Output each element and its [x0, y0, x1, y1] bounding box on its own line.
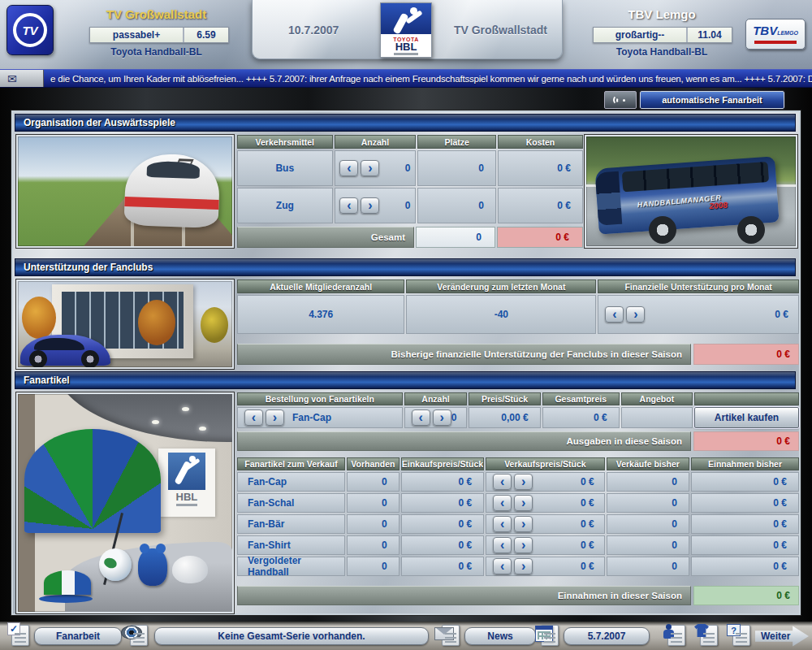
hbl-name-text: HBL: [395, 42, 417, 52]
zug-increase-button[interactable]: ›: [361, 197, 379, 214]
sale-col-ek: Einkaufspreis/Stück: [401, 457, 484, 470]
fanclub-members-value: 4.376: [237, 295, 404, 334]
date-button[interactable]: 5.7.2007: [564, 627, 650, 645]
sale-row-vorhanden: 0: [347, 493, 400, 513]
item-next-button[interactable]: ›: [266, 410, 284, 426]
zug-plaetze-value: 0: [417, 188, 496, 223]
order-col-preis: Preis/Stück: [469, 392, 540, 405]
zug-decrease-button[interactable]: ‹: [339, 197, 358, 214]
vk-decrease-button[interactable]: ‹: [493, 537, 512, 553]
order-col-gesamtpreis: Gesamtpreis: [542, 392, 620, 405]
away-league-label: Toyota Handball-BL: [568, 46, 755, 58]
sale-col-revenue: Einnahmen bisher: [691, 457, 799, 470]
home-rating: 6.59: [184, 28, 228, 42]
fanclub-table: Aktuelle Mitgliederanzahl Veränderung zu…: [237, 280, 799, 334]
travel-row-anzahl-cell: ‹ › 0: [335, 150, 417, 186]
fanclub-col-change: Veränderung zum letzten Monat: [406, 280, 596, 293]
vk-increase-button[interactable]: ›: [514, 495, 533, 511]
sale-row-name: Fan-Shirt: [237, 535, 345, 555]
news-button[interactable]: News: [464, 627, 536, 645]
order-col-item: Bestellung von Fanartikeln: [237, 392, 403, 405]
vk-increase-button[interactable]: ›: [514, 516, 533, 532]
order-col-empty: [694, 392, 799, 405]
calendar-icon: [535, 626, 553, 642]
order-item-cell: ‹ › Fan-Cap: [237, 407, 403, 428]
order-decrease-button[interactable]: ‹: [412, 410, 430, 426]
bus-anzahl-value: 0: [386, 162, 410, 174]
artikel-kaufen-button[interactable]: Artikel kaufen: [694, 407, 799, 428]
away-rating: 11.04: [688, 28, 732, 42]
fanclub-col-support: Finanzielle Unterstützung pro Monat: [598, 280, 799, 293]
sale-row-sales: 0: [607, 472, 689, 492]
fanclub-change-value: -40: [406, 295, 596, 334]
vk-increase-button[interactable]: ›: [514, 474, 533, 490]
section-title-fanclubs: Unterstützung der Fanclubs: [15, 258, 796, 276]
vk-decrease-button[interactable]: ‹: [493, 516, 512, 532]
hand-waves-icon: [613, 94, 628, 106]
item-prev-button[interactable]: ‹: [244, 410, 263, 426]
sale-col-vk: Verkaufspreis/Stück: [486, 457, 605, 470]
order-summary-value: 0 €: [693, 431, 799, 451]
travel-col-kosten: Kosten: [498, 135, 583, 149]
umbrella-graphic: [24, 429, 161, 533]
home-league-label: Toyota Handball-BL: [61, 46, 252, 58]
handball-manager-window: TV TV Großwallstadt passabel+ 6.59 Toyot…: [0, 0, 812, 650]
bus-increase-button[interactable]: ›: [361, 160, 379, 176]
vk-increase-button[interactable]: ›: [514, 558, 533, 574]
order-angebot-cell: [621, 407, 693, 428]
sale-row-vk-cell: ‹ › 0 €: [486, 472, 605, 492]
away-mood-label: großartig--: [594, 28, 688, 42]
bus-image: HANDBALLMANAGER 2008: [585, 135, 797, 248]
shop-wall-logo-text: HBL: [176, 492, 198, 502]
bus-decrease-button[interactable]: ‹: [339, 160, 358, 176]
calendar-doc-icon: [541, 625, 559, 646]
sale-row-sales: 0: [607, 557, 689, 576]
sale-row-ek: 0 €: [401, 493, 484, 513]
support-increase-button[interactable]: ›: [626, 306, 645, 323]
sale-row-vorhanden: 0: [347, 535, 400, 555]
auto-fanarbeit-button[interactable]: automatische Fanarbeit: [640, 91, 784, 109]
ticker-text: e die Chance, um Ihren Kader mit ablösef…: [44, 70, 812, 87]
jersey-doc-icon-button[interactable]: [700, 625, 718, 646]
fanarbeit-button[interactable]: Fanarbeit: [34, 627, 122, 645]
vk-decrease-button[interactable]: ‹: [493, 558, 512, 574]
travel-total-label: Gesamt: [237, 227, 414, 248]
sale-row-sales: 0: [607, 514, 689, 534]
away-mood-box: großartig-- 11.04: [593, 27, 732, 43]
order-increase-button[interactable]: ›: [433, 410, 451, 426]
vk-decrease-button[interactable]: ‹: [493, 474, 512, 490]
travel-total-kosten: 0 €: [497, 227, 583, 248]
travel-row-anzahl-cell: ‹ › 0: [335, 188, 417, 223]
vk-decrease-button[interactable]: ‹: [493, 495, 512, 511]
tbv-logo-name: TBV: [753, 24, 777, 37]
home-club-logo: TV: [6, 5, 54, 55]
train-image: [16, 135, 234, 248]
fanclub-summary-value: 0 €: [693, 344, 799, 365]
sale-col-vorhanden: Vorhanden: [347, 457, 400, 470]
sale-row-revenue: 0 €: [691, 472, 799, 492]
ticker-envelope-icon: ✉: [0, 70, 44, 87]
news-ticker: ✉ e die Chance, um Ihren Kader mit ablös…: [0, 69, 812, 88]
matchday-club: TV Großwallstadt: [454, 24, 547, 37]
weiter-button[interactable]: Weiter: [755, 626, 809, 647]
player-doc-icon-button[interactable]: [667, 625, 685, 646]
travel-total-row: Gesamt 0 0 €: [237, 227, 583, 248]
sale-row-revenue: 0 €: [691, 535, 799, 555]
shirt-icon: [694, 624, 709, 637]
fanclub-summary-row: Bisherige finanzielle Unterstützung der …: [237, 344, 799, 365]
sale-row-ek: 0 €: [401, 557, 484, 576]
support-decrease-button[interactable]: ‹: [605, 306, 624, 323]
order-summary-row: Ausgaben in diese Saison 0 €: [237, 431, 799, 451]
sale-row-vk: 0 €: [533, 540, 604, 551]
fanclub-building-image: [16, 280, 234, 369]
away-club-logo: TBVLEMGO: [745, 19, 806, 50]
travel-row-name: Zug: [237, 188, 333, 223]
matchday-date: 10.7.2007: [288, 24, 339, 37]
eye-icon: [121, 626, 142, 639]
auto-fanarbeit-icon-button[interactable]: [604, 91, 637, 109]
vk-increase-button[interactable]: ›: [514, 537, 533, 553]
series-status-bar[interactable]: Keine Gesamt-Serie vorhanden.: [154, 627, 429, 645]
help-doc-icon-button[interactable]: ?: [732, 625, 750, 646]
fanclub-summary-label: Bisherige finanzielle Unterstützung der …: [237, 344, 691, 365]
sale-row-ek: 0 €: [401, 514, 484, 534]
